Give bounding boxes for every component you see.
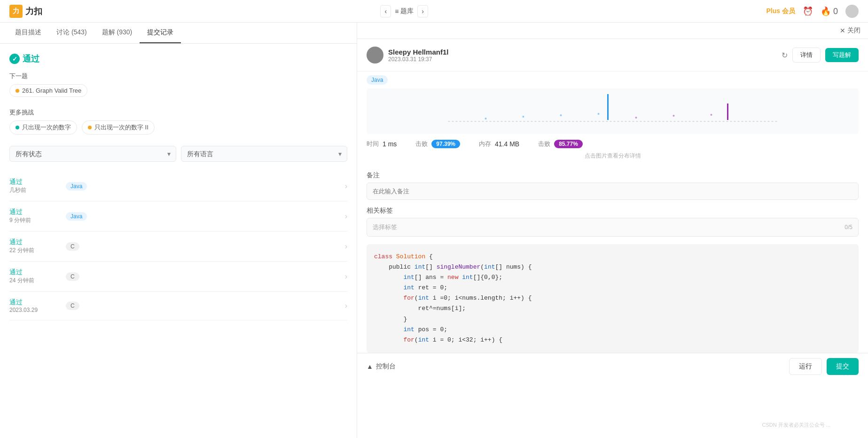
notes-input[interactable] bbox=[367, 183, 859, 200]
challenge-dot-1 bbox=[88, 126, 92, 129]
perf-chart-container[interactable] bbox=[367, 88, 859, 134]
nav-left: 力 力扣 bbox=[9, 5, 42, 18]
tab-description[interactable]: 题目描述 bbox=[8, 23, 49, 43]
tags-count: 0/5 bbox=[845, 224, 852, 231]
arrow-0: › bbox=[345, 182, 347, 191]
lang-badge-4: C bbox=[66, 302, 79, 310]
lang-badge-0: Java bbox=[66, 182, 87, 191]
challenge-tag-1[interactable]: 只出现一次的数字 II bbox=[82, 120, 155, 135]
alarm-icon[interactable]: ⏰ bbox=[803, 6, 813, 16]
bottom-bar: ▲ 控制台 运行 提交 bbox=[357, 353, 868, 380]
logo-text: 力扣 bbox=[25, 6, 42, 17]
lang-filter-wrapper: 所有语言 bbox=[181, 146, 348, 162]
arrow-1: › bbox=[345, 212, 347, 221]
submission-status-2: 通过 22 分钟前 bbox=[9, 238, 66, 255]
nav-title-text: 题库 bbox=[400, 7, 414, 16]
lang-tag-container: Java bbox=[357, 72, 868, 88]
pass-text: 通过 bbox=[23, 53, 39, 64]
next-label: 下一题 bbox=[9, 72, 347, 80]
logo[interactable]: 力 力扣 bbox=[9, 5, 42, 18]
logo-icon: 力 bbox=[9, 5, 23, 18]
mem-beat-badge: 85.77% bbox=[554, 140, 583, 148]
user-avatar-right bbox=[367, 47, 383, 64]
submission-item-4[interactable]: 通过 2023.03.29 C › bbox=[9, 292, 347, 320]
svg-point-7 bbox=[673, 115, 675, 117]
next-problem[interactable]: 261. Graph Valid Tree bbox=[9, 84, 87, 97]
submission-status-3: 通过 24 分钟前 bbox=[9, 268, 66, 285]
write-solution-button[interactable]: 写题解 bbox=[825, 48, 859, 62]
pass-badge: ✓ 通过 bbox=[9, 53, 347, 64]
challenges-row: 只出现一次的数字 只出现一次的数字 II bbox=[9, 120, 347, 135]
code-line-5: ret^=nums[i]; bbox=[374, 303, 851, 314]
console-button[interactable]: ▲ 控制台 bbox=[367, 362, 396, 371]
header-actions: ↻ 详情 写题解 bbox=[782, 48, 859, 63]
perf-hint: 点击图片查看分布详情 bbox=[367, 150, 859, 164]
submit-button[interactable]: 提交 bbox=[827, 358, 859, 375]
close-button[interactable]: ✕ 关闭 bbox=[840, 26, 860, 35]
submission-lang-0: Java bbox=[66, 182, 345, 191]
submission-status-1: 通过 9 分钟前 bbox=[9, 208, 66, 224]
next-problem-text: 261. Graph Valid Tree bbox=[22, 87, 81, 94]
user-name: Sleepy Hellmanf1l bbox=[388, 48, 448, 56]
svg-point-2 bbox=[485, 118, 487, 119]
user-details: Sleepy Hellmanf1l 2023.03.31 19:37 bbox=[388, 48, 448, 63]
mem-beat-stat: 击败 85.77% bbox=[538, 140, 583, 148]
fire-icon: 🔥 0 bbox=[821, 6, 838, 16]
submission-item-0[interactable]: 通过 几秒前 Java › bbox=[9, 171, 347, 201]
right-panel: ✕ 关闭 Sleepy Hellmanf1l 2023.03.31 19:37 … bbox=[357, 23, 868, 438]
submission-item-2[interactable]: 通过 22 分钟前 C › bbox=[9, 231, 347, 262]
watermark: CSDN 开发者必关注公众号 ... bbox=[762, 422, 830, 429]
close-label: 关闭 bbox=[847, 26, 860, 35]
submission-status-0: 通过 几秒前 bbox=[9, 178, 66, 194]
submission-item-3[interactable]: 通过 24 分钟前 C › bbox=[9, 262, 347, 292]
tab-discuss[interactable]: 讨论 (543) bbox=[49, 23, 94, 43]
challenge-tag-0[interactable]: 只出现一次的数字 bbox=[9, 120, 77, 135]
tab-submissions[interactable]: 提交记录 bbox=[140, 23, 181, 43]
submission-item-1[interactable]: 通过 9 分钟前 Java › bbox=[9, 201, 347, 231]
time-beat-stat: 击败 97.39% bbox=[415, 140, 460, 148]
lang-filter[interactable]: 所有语言 bbox=[181, 146, 348, 162]
mem-stat: 内存 41.4 MB bbox=[479, 140, 519, 148]
right-top-bar: ✕ 关闭 bbox=[357, 23, 868, 39]
refresh-button[interactable]: ↻ bbox=[782, 51, 788, 60]
challenge-label-0: 只出现一次的数字 bbox=[22, 123, 71, 132]
tags-label: 相关标签 bbox=[367, 207, 859, 215]
lang-badge-3: C bbox=[66, 272, 79, 281]
notes-section: 备注 相关标签 选择标签 0/5 bbox=[357, 171, 868, 244]
time-beat-badge: 97.39% bbox=[431, 140, 460, 148]
console-label: 控制台 bbox=[376, 362, 396, 371]
submission-lang-1: Java bbox=[66, 212, 345, 221]
user-date: 2023.03.31 19:37 bbox=[388, 56, 448, 63]
code-line-1: public int[] singleNumber(int[] nums) { bbox=[374, 262, 851, 272]
svg-point-4 bbox=[560, 114, 562, 116]
next-button[interactable]: › bbox=[417, 5, 428, 17]
prev-button[interactable]: ‹ bbox=[380, 5, 391, 17]
detail-button[interactable]: 详情 bbox=[792, 48, 821, 63]
tags-select[interactable]: 选择标签 0/5 bbox=[367, 218, 859, 237]
main-layout: 题目描述 讨论 (543) 题解 (930) 提交记录 ✓ 通过 下一题 bbox=[0, 23, 868, 438]
run-button[interactable]: 运行 bbox=[789, 358, 822, 375]
left-content: ✓ 通过 下一题 261. Graph Valid Tree 更多挑战 只出现一… bbox=[0, 44, 357, 438]
user-avatar[interactable] bbox=[845, 5, 859, 18]
status-filter-wrapper: 所有状态 bbox=[9, 146, 176, 162]
plus-button[interactable]: Plus 会员 bbox=[766, 7, 795, 16]
code-section: class Solution { public int[] singleNumb… bbox=[367, 244, 859, 353]
code-line-7: int pos = 0; bbox=[374, 325, 851, 335]
close-x: ✕ bbox=[840, 27, 845, 34]
tab-solution[interactable]: 题解 (930) bbox=[94, 23, 140, 43]
challenge-label-1: 只出现一次的数字 II bbox=[94, 123, 149, 132]
submission-lang-3: C bbox=[66, 272, 345, 281]
arrow-3: › bbox=[345, 272, 347, 281]
filters-row: 所有状态 所有语言 bbox=[9, 146, 347, 162]
svg-point-5 bbox=[598, 113, 600, 115]
more-challenges-label: 更多挑战 bbox=[9, 108, 347, 117]
mem-label: 内存 bbox=[479, 140, 491, 148]
menu-icon: ≡ bbox=[395, 8, 399, 15]
status-filter[interactable]: 所有状态 bbox=[9, 146, 176, 162]
nav-title: ≡ 题库 bbox=[395, 7, 414, 16]
perf-chart-svg bbox=[372, 94, 853, 127]
tab-bar: 题目描述 讨论 (543) 题解 (930) 提交记录 bbox=[0, 23, 357, 44]
challenge-dot-0 bbox=[16, 126, 19, 129]
perf-stats: 时间 1 ms 击败 97.39% 内存 41.4 MB 击败 85.77% bbox=[367, 138, 859, 150]
notes-label: 备注 bbox=[367, 171, 859, 180]
